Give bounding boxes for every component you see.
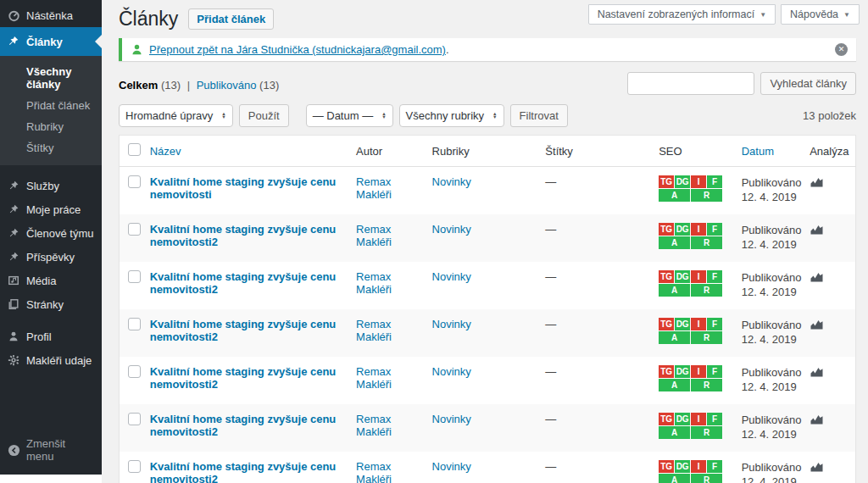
post-author-link[interactable]: Remax Makléři	[356, 413, 392, 438]
post-category-link[interactable]: Novinky	[432, 413, 471, 425]
sidebar-item-pages[interactable]: Stránky	[0, 292, 102, 316]
column-header-categories: Rubriky	[432, 136, 546, 167]
seo-badge-dg: DG	[675, 270, 690, 283]
sidebar-item-prispevky[interactable]: Příspěvky	[0, 245, 102, 269]
sidebar-item-clenove-tymu[interactable]: Členové týmu	[0, 221, 102, 245]
post-category-link[interactable]: Novinky	[432, 175, 471, 188]
seo-badge-a: A	[659, 331, 690, 344]
view-all[interactable]: Celkem	[119, 79, 158, 92]
dismiss-notice-icon[interactable]: ✕	[835, 43, 848, 56]
post-tags: —	[545, 270, 556, 283]
search-input[interactable]	[627, 72, 754, 95]
sidebar-item-label: Moje práce	[26, 203, 81, 216]
post-author-link[interactable]: Remax Makléři	[356, 460, 392, 483]
row-checkbox[interactable]	[128, 270, 141, 283]
post-category-link[interactable]: Novinky	[432, 460, 471, 473]
analytics-chart-icon[interactable]	[810, 368, 824, 380]
post-title-link[interactable]: Kvalitní home staging zvyšuje cenu nemov…	[150, 460, 337, 483]
submenu-categories[interactable]: Rubriky	[0, 116, 102, 137]
switch-back-notice: Přepnout zpět na Jára Studnička (studnic…	[119, 38, 856, 61]
seo-badge-f: F	[707, 460, 722, 473]
collapse-menu-button[interactable]: Zmenšit menu	[0, 432, 102, 468]
seo-badge-i: I	[691, 460, 706, 473]
post-category-link[interactable]: Novinky	[432, 223, 471, 236]
help-button[interactable]: Nápověda ▼	[781, 4, 860, 25]
post-author-link[interactable]: Remax Makléři	[356, 270, 392, 296]
wordpress-admin: Nástěnka Články Všechny články Přidat čl…	[0, 0, 868, 483]
seo-badges: TGDGIF AR	[659, 175, 723, 203]
post-title-link[interactable]: Kvalitní home staging zvyšuje cenu nemov…	[150, 223, 337, 248]
seo-badge-r: R	[691, 284, 722, 297]
sidebar-item-dashboard[interactable]: Nástěnka	[0, 0, 102, 27]
view-published[interactable]: Publikováno	[197, 79, 257, 92]
row-checkbox[interactable]	[128, 223, 141, 236]
submenu-add-post[interactable]: Přidat článek	[0, 95, 102, 116]
seo-badge-tg: TG	[659, 223, 674, 236]
analytics-chart-icon[interactable]	[810, 273, 824, 286]
post-title-link[interactable]: Kvalitní home staging zvyšuje cenu nemov…	[150, 365, 337, 391]
row-checkbox[interactable]	[128, 175, 141, 188]
post-status: Publikováno	[742, 223, 803, 237]
user-icon	[131, 43, 143, 56]
submenu-tags[interactable]: Štítky	[0, 137, 102, 158]
analytics-chart-icon[interactable]	[810, 178, 824, 191]
post-date: 12. 4. 2019	[742, 285, 803, 299]
analytics-chart-icon[interactable]	[810, 463, 824, 475]
seo-badge-i: I	[691, 413, 706, 425]
dashboard-icon	[7, 8, 20, 22]
sidebar-item-sluzby[interactable]: Služby	[0, 174, 102, 197]
add-post-button[interactable]: Přidat článek	[188, 8, 274, 30]
sidebar-item-profile[interactable]: Profil	[0, 325, 102, 348]
post-date: 12. 4. 2019	[742, 427, 803, 441]
seo-badge-dg: DG	[675, 460, 690, 473]
post-author-link[interactable]: Remax Makléři	[356, 365, 392, 391]
analytics-chart-icon[interactable]	[810, 415, 824, 428]
apply-button[interactable]: Použít	[239, 104, 289, 127]
column-header-date[interactable]: Datum	[742, 145, 774, 158]
sidebar-item-label: Nástěnka	[26, 9, 73, 22]
category-filter-select[interactable]: Všechny rubriky ▲▼	[399, 104, 504, 127]
search-posts-button[interactable]: Vyhledat články	[760, 72, 856, 95]
screen-options-button[interactable]: Nastavení zobrazených informací ▼	[588, 4, 776, 25]
post-author-link[interactable]: Remax Makléři	[356, 175, 392, 201]
column-header-title[interactable]: Název	[150, 145, 181, 158]
row-checkbox[interactable]	[128, 460, 141, 473]
post-category-link[interactable]: Novinky	[432, 318, 471, 330]
row-checkbox[interactable]	[128, 318, 141, 330]
filter-button[interactable]: Filtrovat	[510, 104, 568, 127]
page-title: Články	[119, 7, 178, 31]
date-filter-select[interactable]: — Datum — ▲▼	[306, 104, 393, 127]
post-type-icon	[7, 250, 20, 264]
row-checkbox[interactable]	[128, 365, 141, 378]
post-category-link[interactable]: Novinky	[432, 270, 471, 283]
post-status: Publikováno	[742, 270, 803, 285]
user-icon	[7, 330, 20, 343]
analytics-chart-icon[interactable]	[810, 225, 824, 238]
list-views-row: Celkem (13) | Publikováno (13) Vyhledat …	[119, 72, 856, 96]
bulk-actions-select[interactable]: Hromadné úpravy ▲▼	[119, 104, 233, 127]
sidebar-item-makleri-udaje[interactable]: Makléři udaje	[0, 348, 102, 372]
sidebar-item-moje-prace[interactable]: Moje práce	[0, 197, 102, 221]
seo-badge-r: R	[691, 331, 722, 344]
select-all-checkbox[interactable]	[128, 143, 141, 156]
post-author-link[interactable]: Remax Makléři	[356, 318, 392, 343]
seo-badge-r: R	[691, 189, 722, 202]
seo-badge-tg: TG	[659, 413, 674, 425]
post-tags: —	[545, 460, 556, 473]
post-title-link[interactable]: Kvalitní home staging zvyšuje cenu nemov…	[150, 318, 337, 343]
post-title-link[interactable]: Kvalitní home staging zvyšuje cenu nemov…	[150, 270, 337, 296]
sidebar-item-label: Články	[26, 36, 63, 48]
media-icon	[7, 274, 20, 287]
post-category-link[interactable]: Novinky	[432, 365, 471, 378]
sidebar-item-posts[interactable]: Články	[0, 27, 102, 56]
search-box: Vyhledat články	[627, 72, 856, 95]
submenu-all-posts[interactable]: Všechny články	[0, 61, 102, 95]
post-title-link[interactable]: Kvalitní home staging zvyšuje cenu nemov…	[150, 175, 337, 201]
row-checkbox[interactable]	[128, 413, 141, 425]
post-title-link[interactable]: Kvalitní home staging zvyšuje cenu nemov…	[150, 413, 337, 438]
analytics-chart-icon[interactable]	[810, 320, 824, 333]
switch-back-link[interactable]: Přepnout zpět na Jára Studnička (studnic…	[149, 43, 446, 56]
sidebar-item-media[interactable]: Média	[0, 269, 102, 292]
seo-badge-i: I	[691, 318, 706, 330]
post-author-link[interactable]: Remax Makléři	[356, 223, 392, 248]
